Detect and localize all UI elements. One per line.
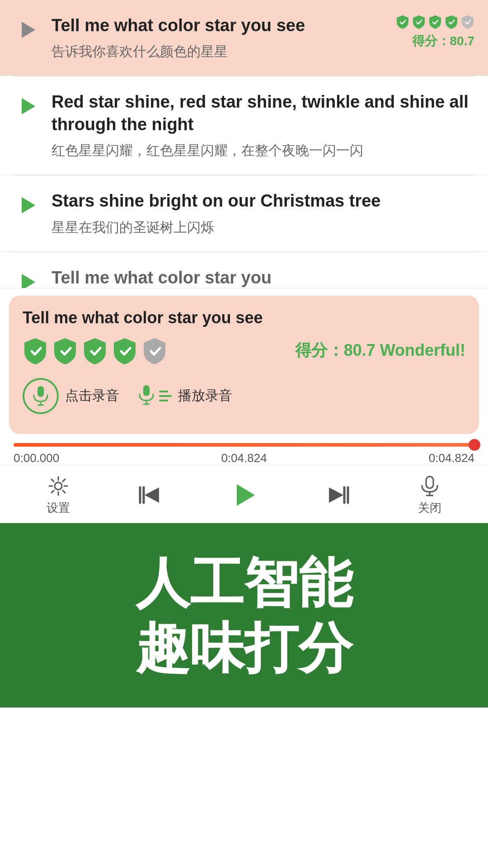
progress-bar-track[interactable] xyxy=(14,443,474,447)
settings-button[interactable]: 设置 xyxy=(47,475,70,516)
popup-shield-3 xyxy=(82,336,108,365)
svg-point-6 xyxy=(55,482,62,490)
popup-shields-row: 得分：80.7 Wonderful! xyxy=(23,336,465,365)
settings-icon xyxy=(47,475,70,497)
settings-label: 设置 xyxy=(47,500,70,516)
skip-back-button[interactable] xyxy=(136,484,163,506)
wave-2 xyxy=(159,395,172,397)
progress-bar-fill xyxy=(14,443,474,447)
popup-shield-1 xyxy=(23,336,48,365)
play-button-3[interactable] xyxy=(14,192,41,219)
shield-2 xyxy=(412,14,426,30)
popup-shields xyxy=(23,336,167,365)
time-start: 0:00.000 xyxy=(14,451,59,465)
play-button-4[interactable] xyxy=(14,269,41,288)
score-shields-1 xyxy=(396,14,474,30)
skip-forward-button[interactable] xyxy=(325,484,352,506)
close-button[interactable]: 关闭 xyxy=(418,475,441,516)
song-item-2[interactable]: Red star shine, red star shine, twinkle … xyxy=(0,76,488,175)
song-title-en-4: Tell me what color star you xyxy=(52,267,474,288)
popup-shield-4 xyxy=(112,336,137,365)
play-button-2[interactable] xyxy=(14,93,41,120)
green-banner: 人工智能 趣味打分 xyxy=(0,523,488,708)
shield-5 xyxy=(461,14,474,30)
popup-container: Tell me what color star you see xyxy=(0,288,488,465)
song-item-3[interactable]: Stars shine bright on our Christmas tree… xyxy=(0,175,488,251)
song-title-zh-3: 星星在我们的圣诞树上闪烁 xyxy=(52,218,474,237)
close-mic-icon xyxy=(418,475,441,497)
shield-3 xyxy=(428,14,442,30)
song-title-zh-1: 告诉我你喜欢什么颜色的星星 xyxy=(52,42,387,61)
popup-score-value: 80.7 Wonderful! xyxy=(344,341,465,359)
time-row: 0:00.000 0:04.824 0:04.824 xyxy=(14,451,474,465)
svg-rect-13 xyxy=(426,476,433,488)
mic-icon xyxy=(32,385,50,407)
close-label: 关闭 xyxy=(418,500,441,516)
song-title-en-3: Stars shine bright on our Christmas tree xyxy=(52,190,474,212)
record-button[interactable]: 点击录音 xyxy=(23,378,119,414)
popup-score-label: 得分： xyxy=(295,341,344,359)
banner-line2: 趣味打分 xyxy=(136,618,352,678)
song-content-4: Tell me what color star you xyxy=(52,267,474,288)
song-content-1: Tell me what color star you see 告诉我你喜欢什么… xyxy=(52,14,387,61)
svg-rect-3 xyxy=(143,385,150,396)
shield-4 xyxy=(445,14,458,30)
popup-card: Tell me what color star you see xyxy=(9,296,479,434)
shield-1 xyxy=(396,14,409,30)
song-content-2: Red star shine, red star shine, twinkle … xyxy=(52,91,474,160)
song-title-en-2: Red star shine, red star shine, twinkle … xyxy=(52,91,474,136)
time-mid: 0:04.824 xyxy=(221,451,267,465)
svg-rect-0 xyxy=(38,386,44,397)
song-item-4[interactable]: Tell me what color star you xyxy=(0,252,488,288)
score-area-1: 得分：80.7 xyxy=(396,14,474,50)
play-icon-2 xyxy=(22,98,35,114)
progress-dot xyxy=(469,439,480,451)
progress-area: 0:00.000 0:04.824 0:04.824 xyxy=(5,434,483,465)
popup-title: Tell me what color star you see xyxy=(23,308,465,327)
svg-marker-11 xyxy=(329,487,343,503)
play-icon-3 xyxy=(22,197,35,213)
time-end: 0:04.824 xyxy=(429,451,474,465)
banner-line1: 人工智能 xyxy=(136,552,352,613)
song-item-1[interactable]: Tell me what color star you see 告诉我你喜欢什么… xyxy=(0,0,488,76)
popup-score: 得分：80.7 Wonderful! xyxy=(295,340,465,362)
play-button-1[interactable] xyxy=(14,16,41,43)
play-center-icon xyxy=(237,484,255,506)
song-title-zh-2: 红色星星闪耀，红色星星闪耀，在整个夜晚一闪一闪 xyxy=(52,141,474,160)
wave-1 xyxy=(159,391,168,392)
skip-forward-icon xyxy=(325,484,352,506)
playback-button[interactable]: 播放录音 xyxy=(137,384,232,408)
playback-mic-icon xyxy=(137,384,155,408)
popup-shield-2 xyxy=(52,336,78,365)
mic-circle xyxy=(23,378,59,414)
song-content-3: Stars shine bright on our Christmas tree… xyxy=(52,190,474,236)
svg-marker-8 xyxy=(145,487,159,503)
sound-waves xyxy=(159,391,172,401)
skip-back-icon xyxy=(136,484,163,506)
record-row: 点击录音 xyxy=(23,378,465,414)
score-text-1: 得分：80.7 xyxy=(412,33,475,50)
play-icon-1 xyxy=(22,22,35,38)
playback-label: 播放录音 xyxy=(178,387,232,405)
wave-3 xyxy=(159,400,168,401)
record-label: 点击录音 xyxy=(65,387,119,405)
song-list: Tell me what color star you see 告诉我你喜欢什么… xyxy=(0,0,488,288)
play-pause-button[interactable] xyxy=(228,479,260,511)
popup-shield-5 xyxy=(142,336,167,365)
play-icon-4 xyxy=(22,274,35,288)
banner-text: 人工智能 趣味打分 xyxy=(136,550,352,680)
playback-mic-wrapper xyxy=(137,384,172,408)
song-title-en-1: Tell me what color star you see xyxy=(52,14,387,37)
control-bar: 设置 关闭 xyxy=(0,465,488,523)
